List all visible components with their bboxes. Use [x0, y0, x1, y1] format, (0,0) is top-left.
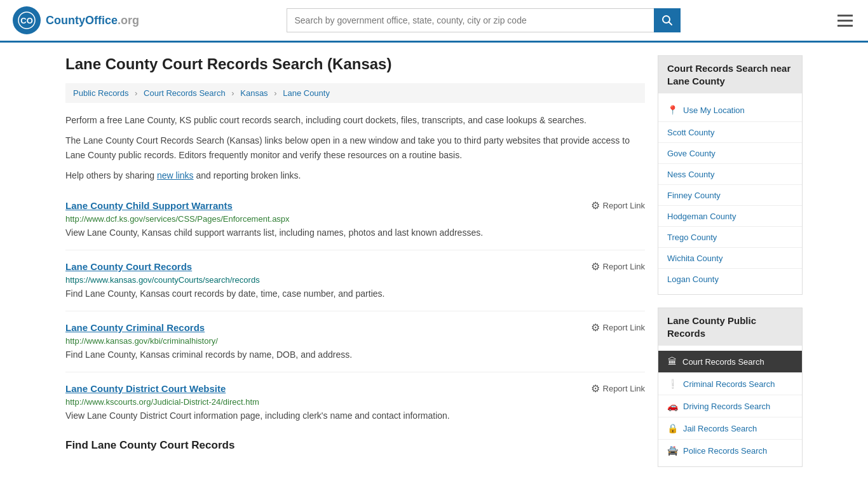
nearby-header: Court Records Search near Lane County [658, 56, 802, 93]
record-header-1: Lane County Court Records ⚙ Report Link [65, 261, 645, 273]
county-item-2: Ness County [658, 164, 802, 185]
report-icon-0: ⚙ [591, 200, 600, 212]
county-item-6: Wichita County [658, 248, 802, 269]
pr-label-0: Court Records Search [682, 357, 764, 367]
sidebar: Court Records Search near Lane County 📍 … [658, 55, 803, 480]
record-title-2[interactable]: Lane County Criminal Records [65, 322, 205, 333]
breadcrumb-lane-county[interactable]: Lane County [283, 88, 330, 98]
pr-icon-2: 🚗 [667, 401, 678, 411]
public-records-body: 🏛Court Records Search❕Criminal Records S… [658, 346, 802, 466]
county-item-0: Scott County [658, 122, 802, 143]
county-item-7: Logan County [658, 269, 802, 289]
pr-icon-4: 🚔 [667, 445, 678, 456]
record-url-0[interactable]: http://www.dcf.ks.gov/services/CSS/Pages… [65, 214, 645, 224]
nearby-counties-box: Court Records Search near Lane County 📍 … [658, 55, 803, 295]
record-entry-3: Lane County District Court Website ⚙ Rep… [65, 372, 645, 433]
pr-item-4[interactable]: 🚔Police Records Search [658, 440, 802, 461]
search-button[interactable] [654, 8, 681, 32]
record-header-2: Lane County Criminal Records ⚙ Report Li… [65, 322, 645, 334]
main-content: Lane County Court Records Search (Kansas… [65, 55, 645, 480]
record-desc-0: View Lane County, Kansas child support w… [65, 226, 645, 240]
use-location-link[interactable]: Use My Location [683, 105, 745, 115]
record-title-1[interactable]: Lane County Court Records [65, 261, 192, 272]
county-link-0[interactable]: Scott County [667, 128, 714, 137]
pr-label-3: Jail Records Search [683, 424, 757, 433]
record-entry-2: Lane County Criminal Records ⚙ Report Li… [65, 311, 645, 372]
county-item-5: Trego County [658, 227, 802, 248]
record-url-1[interactable]: https://www.kansas.gov/countyCourts/sear… [65, 275, 645, 285]
pr-item-0[interactable]: 🏛Court Records Search [658, 351, 802, 373]
nearby-body: 📍 Use My Location Scott CountyGove Count… [658, 93, 802, 294]
logo-icon: CO [13, 6, 41, 34]
public-records-header: Lane County Public Records [658, 308, 802, 346]
county-item-3: Finney County [658, 185, 802, 206]
records-list: Lane County Child Support Warrants ⚙ Rep… [65, 189, 645, 433]
location-pin-icon: 📍 [667, 105, 678, 115]
pr-icon-0: 🏛 [667, 356, 677, 367]
logo-text: CountyOffice.org [46, 14, 139, 27]
record-url-3[interactable]: http://www.kscourts.org/Judicial-Distric… [65, 397, 645, 407]
pr-icon-1: ❕ [667, 379, 678, 389]
report-icon-2: ⚙ [591, 322, 600, 334]
public-records-list: 🏛Court Records Search❕Criminal Records S… [658, 351, 802, 461]
county-link-3[interactable]: Finney County [667, 191, 721, 200]
record-header-0: Lane County Child Support Warrants ⚙ Rep… [65, 200, 645, 212]
report-link-3[interactable]: ⚙ Report Link [591, 383, 645, 395]
report-label-0: Report Link [603, 201, 645, 210]
intro-paragraph-1: Perform a free Lane County, KS public co… [65, 113, 645, 127]
pr-item-1[interactable]: ❕Criminal Records Search [658, 373, 802, 395]
pr-icon-3: 🔒 [667, 423, 678, 433]
record-url-2[interactable]: http://www.kansas.gov/kbi/criminalhistor… [65, 336, 645, 346]
report-icon-3: ⚙ [591, 383, 600, 395]
search-input[interactable] [287, 8, 654, 32]
breadcrumb-kansas[interactable]: Kansas [240, 88, 268, 98]
report-link-0[interactable]: ⚙ Report Link [591, 200, 645, 212]
breadcrumb: Public Records › Court Records Search › … [65, 83, 645, 103]
breadcrumb-court-records[interactable]: Court Records Search [144, 88, 226, 98]
intro-paragraph-2: The Lane County Court Records Search (Ka… [65, 133, 645, 162]
record-title-0[interactable]: Lane County Child Support Warrants [65, 200, 233, 211]
record-desc-3: View Lane County District Court informat… [65, 409, 645, 423]
svg-line-3 [668, 22, 672, 25]
pr-label-1: Criminal Records Search [683, 379, 775, 389]
county-link-2[interactable]: Ness County [667, 170, 714, 179]
report-link-1[interactable]: ⚙ Report Link [591, 261, 645, 273]
new-links-link[interactable]: new links [157, 170, 194, 180]
find-section-heading: Find Lane County Court Records [65, 439, 645, 452]
county-item-4: Hodgeman County [658, 206, 802, 227]
record-entry-0: Lane County Child Support Warrants ⚙ Rep… [65, 189, 645, 250]
record-desc-2: Find Lane County, Kansas criminal record… [65, 348, 645, 362]
report-link-2[interactable]: ⚙ Report Link [591, 322, 645, 334]
county-item-1: Gove County [658, 143, 802, 164]
page-title: Lane County Court Records Search (Kansas… [65, 55, 645, 73]
main-container: Lane County Court Records Search (Kansas… [53, 43, 815, 488]
public-records-box: Lane County Public Records 🏛Court Record… [658, 308, 803, 467]
intro-paragraph-3: Help others by sharing new links and rep… [65, 168, 645, 182]
report-label-2: Report Link [603, 323, 645, 332]
menu-button[interactable] [835, 12, 855, 29]
use-my-location[interactable]: 📍 Use My Location [658, 98, 802, 122]
county-link-7[interactable]: Logan County [667, 274, 719, 284]
report-label-1: Report Link [603, 262, 645, 271]
county-link-4[interactable]: Hodgeman County [667, 212, 736, 221]
pr-label-4: Police Records Search [683, 446, 767, 456]
pr-item-2[interactable]: 🚗Driving Records Search [658, 395, 802, 417]
record-header-3: Lane County District Court Website ⚙ Rep… [65, 383, 645, 395]
record-entry-1: Lane County Court Records ⚙ Report Link … [65, 250, 645, 311]
report-label-3: Report Link [603, 384, 645, 393]
record-title-3[interactable]: Lane County District Court Website [65, 383, 226, 394]
pr-item-3[interactable]: 🔒Jail Records Search [658, 417, 802, 440]
nearby-counties-list: Scott CountyGove CountyNess CountyFinney… [658, 122, 802, 289]
county-link-1[interactable]: Gove County [667, 149, 715, 158]
county-link-6[interactable]: Wichita County [667, 254, 722, 263]
search-area [287, 8, 681, 32]
svg-text:CO: CO [20, 16, 33, 25]
logo-area: CO CountyOffice.org [13, 6, 139, 34]
site-header: CO CountyOffice.org [0, 0, 868, 43]
breadcrumb-public-records[interactable]: Public Records [73, 88, 128, 98]
record-desc-1: Find Lane County, Kansas court records b… [65, 287, 645, 301]
report-icon-1: ⚙ [591, 261, 600, 273]
county-link-5[interactable]: Trego County [667, 233, 717, 242]
pr-label-2: Driving Records Search [683, 402, 770, 411]
